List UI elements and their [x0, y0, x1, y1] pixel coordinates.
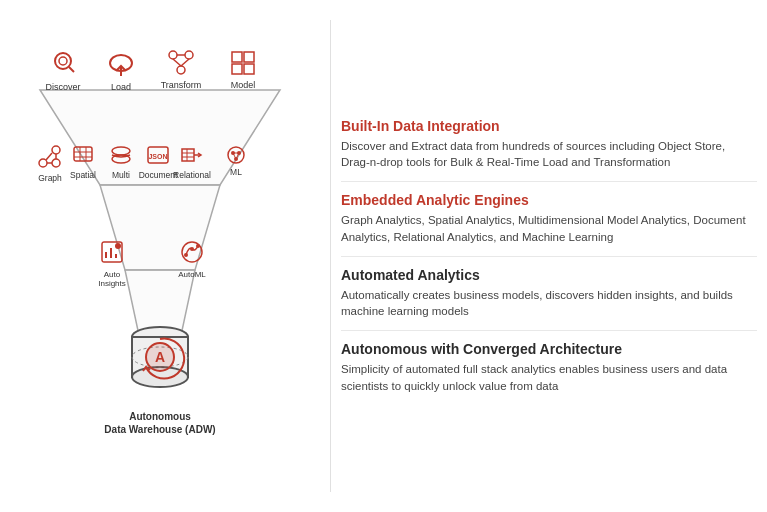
svg-text:Document: Document [139, 170, 178, 180]
svg-text:ML: ML [230, 167, 242, 177]
svg-text:JSON: JSON [148, 153, 167, 160]
svg-text:Relational: Relational [173, 170, 211, 180]
svg-point-61 [190, 247, 194, 251]
funnel-diagram: Discover Load Transform [20, 30, 300, 450]
svg-text:Insights: Insights [98, 279, 126, 288]
svg-text:Model: Model [231, 80, 256, 90]
svg-rect-17 [244, 64, 254, 74]
right-panel: Built-In Data Integration Discover and E… [330, 20, 757, 492]
model-icon: Model [231, 52, 256, 90]
feature-automated-title: Automated Analytics [341, 267, 757, 283]
svg-rect-15 [244, 52, 254, 62]
feature-autonomous: Autonomous with Converged Architecture S… [341, 331, 757, 404]
feature-built-in: Built-In Data Integration Discover and E… [341, 108, 757, 182]
svg-point-7 [169, 51, 177, 59]
svg-line-2 [69, 67, 74, 72]
svg-text:Auto: Auto [104, 270, 121, 279]
svg-point-0 [55, 53, 71, 69]
svg-rect-14 [232, 52, 242, 62]
feature-embedded: Embedded Analytic Engines Graph Analytic… [341, 182, 757, 256]
funnel-wrapper: Discover Load Transform [20, 30, 300, 454]
feature-built-in-title: Built-In Data Integration [341, 118, 757, 134]
svg-text:Spatial: Spatial [70, 170, 96, 180]
adw-icon: A [132, 327, 188, 387]
svg-point-9 [177, 66, 185, 74]
svg-text:Multi: Multi [112, 170, 130, 180]
svg-point-21 [52, 159, 60, 167]
adw-title-line1: Autonomous [129, 411, 191, 422]
svg-point-1 [59, 57, 67, 65]
feature-embedded-desc: Graph Analytics, Spatial Analytics, Mult… [341, 212, 757, 245]
main-container: Discover Load Transform [0, 0, 767, 512]
svg-text:Load: Load [111, 82, 131, 92]
load-icon: Load [110, 55, 132, 92]
feature-built-in-desc: Discover and Extract data from hundreds … [341, 138, 757, 171]
left-panel: Discover Load Transform [10, 20, 310, 492]
svg-point-20 [52, 146, 60, 154]
svg-text:Graph: Graph [38, 173, 62, 183]
feature-embedded-title: Embedded Analytic Engines [341, 192, 757, 208]
svg-text:A: A [155, 349, 165, 365]
svg-point-19 [39, 159, 47, 167]
feature-autonomous-title: Autonomous with Converged Architecture [341, 341, 757, 357]
svg-line-11 [173, 59, 181, 66]
feature-automated: Automated Analytics Automatically create… [341, 257, 757, 331]
svg-point-8 [185, 51, 193, 59]
feature-automated-desc: Automatically creates business models, d… [341, 287, 757, 320]
graph-icon: Graph [38, 146, 62, 183]
transform-icon: Transform [161, 51, 202, 90]
svg-text:AutoML: AutoML [178, 270, 206, 279]
svg-line-24 [46, 153, 52, 160]
auto-insights-icon: Auto Insights [98, 242, 126, 288]
svg-text:Discover: Discover [45, 82, 80, 92]
svg-line-12 [181, 59, 189, 66]
svg-point-62 [196, 244, 200, 248]
svg-point-60 [184, 253, 188, 257]
adw-title-line2: Data Warehouse (ADW) [104, 424, 215, 435]
discover-icon: Discover [45, 53, 80, 92]
svg-text:Transform: Transform [161, 80, 202, 90]
svg-rect-16 [232, 64, 242, 74]
svg-point-56 [115, 243, 121, 249]
feature-autonomous-desc: Simplicity of automated full stack analy… [341, 361, 757, 394]
